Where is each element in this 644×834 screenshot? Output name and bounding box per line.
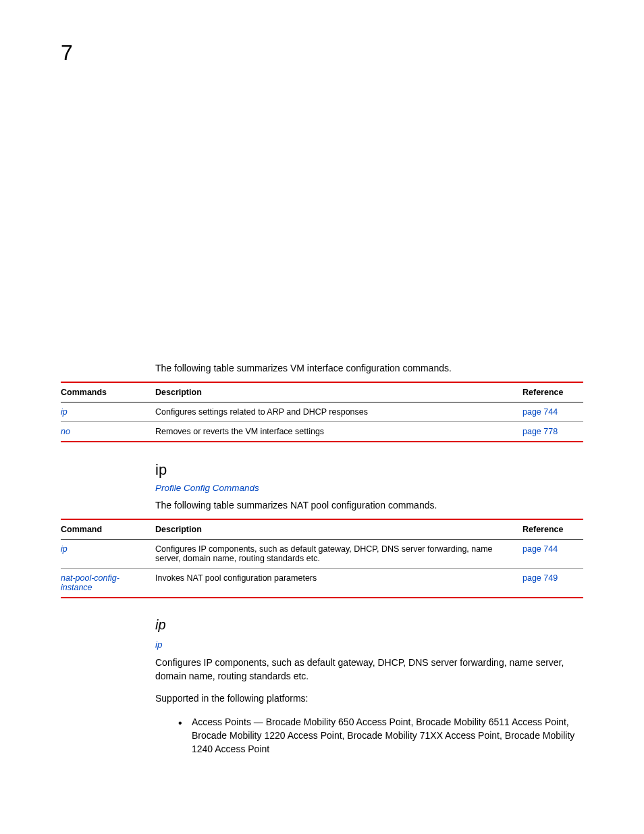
cmd-link[interactable]: no [61,427,70,436]
profile-config-link[interactable]: Profile Config Commands [155,483,583,493]
platforms-list: Access Points — Brocade Mobility 650 Acc… [155,715,583,756]
chapter-number: 7 [61,41,583,66]
cmd-link[interactable]: nat-pool-config-instance [61,573,119,592]
body-paragraph: Configures IP components, such as defaul… [155,656,583,683]
page-link[interactable]: page 744 [522,407,558,417]
cmd-desc: Removes or reverts the VM interface sett… [155,422,522,442]
th-reference: Reference [522,382,583,402]
vm-interface-table: Commands Description Reference ip Config… [61,382,583,442]
table-row: no Removes or reverts the VM interface s… [61,422,583,442]
table-row: nat-pool-config-instance Invokes NAT poo… [61,569,583,598]
th-description: Description [155,382,522,402]
intro-text: The following table summarizes NAT pool … [155,500,583,511]
th-commands: Commands [61,382,155,402]
page-link[interactable]: page 744 [522,544,558,554]
ip-link[interactable]: ip [155,640,583,650]
th-command: Command [61,519,155,540]
page-link[interactable]: page 749 [522,573,558,583]
cmd-desc: Invokes NAT pool configuration parameter… [155,569,522,598]
nat-pool-table: Command Description Reference ip Configu… [61,519,583,598]
table-row: ip Configures settings related to ARP an… [61,402,583,422]
section-heading-ip: ip [155,461,583,479]
intro-text: The following table summarizes VM interf… [155,363,583,373]
cmd-desc: Configures IP components, such as defaul… [155,540,522,569]
subsection-heading-ip: ip [155,617,583,633]
th-reference: Reference [522,519,583,540]
th-description: Description [155,519,522,540]
list-item: Access Points — Brocade Mobility 650 Acc… [180,715,583,756]
body-paragraph: Supported in the following platforms: [155,692,583,706]
table-row: ip Configures IP components, such as def… [61,540,583,569]
cmd-link[interactable]: ip [61,407,68,417]
page-link[interactable]: page 778 [522,427,558,436]
cmd-link[interactable]: ip [61,544,68,554]
cmd-desc: Configures settings related to ARP and D… [155,402,522,422]
